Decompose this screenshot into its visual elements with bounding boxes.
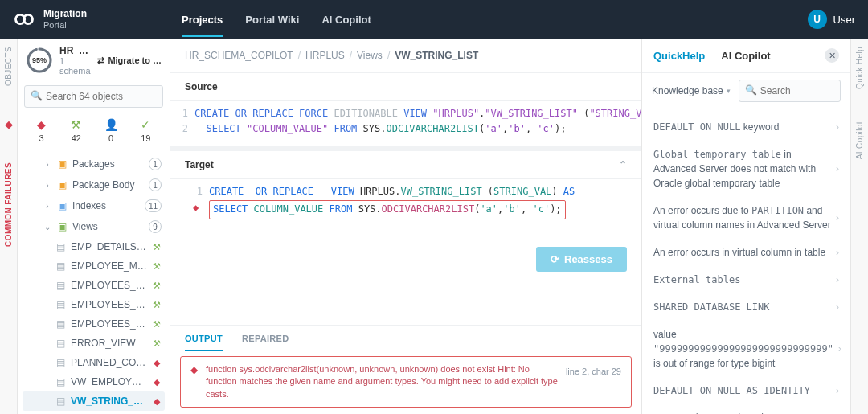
folder-icon: ▣ <box>56 221 68 232</box>
error-marker-icon: ◆ <box>193 202 199 213</box>
kb-item[interactable]: value "99999999999999999999999999999" is… <box>642 321 850 377</box>
ok-icon: ⚒ <box>152 261 162 271</box>
breadcrumb-link[interactable]: Views <box>357 50 383 61</box>
warn-icon: ◆ <box>152 396 162 406</box>
migrate-to-button[interactable]: ⇄ Migrate to … <box>97 55 162 66</box>
sidebar-search-input[interactable] <box>24 85 163 108</box>
view-icon: ▤ <box>55 241 66 252</box>
kb-item[interactable]: An error occurs in virtual column in tab… <box>642 239 850 266</box>
stat-filter[interactable]: ◆3 <box>35 117 49 143</box>
breadcrumb-link[interactable]: HR_SCHEMA_COPILOT <box>185 50 293 61</box>
chevron-icon: › <box>43 160 51 169</box>
stat-filter[interactable]: ✓19 <box>138 117 153 143</box>
brand-block: Migration Portal <box>13 8 166 31</box>
ok-icon: ⚒ <box>152 281 162 290</box>
tree-view-item[interactable]: ▤EMP_DETAILS_V…⚒ <box>23 237 165 256</box>
chevron-right-icon: › <box>836 120 839 134</box>
view-icon: ▤ <box>55 396 66 407</box>
tab-quickhelp[interactable]: QuickHelp <box>653 50 705 62</box>
error-icon: ◆ <box>190 364 198 375</box>
chevron-down-icon: ▾ <box>727 87 731 95</box>
tab-repaired[interactable]: REPAIRED <box>242 326 289 351</box>
source-header[interactable]: Source <box>170 73 641 101</box>
stat-icon: ✓ <box>138 117 153 132</box>
stat-icon: ⚒ <box>69 117 84 132</box>
tree-section-package-body[interactable]: ›▣Package Body1 <box>23 174 165 195</box>
tree-view-item[interactable]: ▤EMPLOYEE_MAN…⚒ <box>23 256 165 276</box>
rail-objects[interactable]: OBJECTS <box>4 47 13 86</box>
tree-view-item[interactable]: ▤ERROR_VIEW⚒ <box>23 334 165 353</box>
kb-item[interactable]: SHARED DATABASE LINK› <box>642 293 850 321</box>
rail-common-failures[interactable]: COMMON FAILURES <box>4 162 13 247</box>
tree-section-packages[interactable]: ›▣Packages1 <box>23 154 165 174</box>
kb-item[interactable]: DEFAULT ON NULL keyword› <box>642 113 850 141</box>
progress-pct: 95% <box>26 47 53 74</box>
folder-icon: ▣ <box>56 179 68 191</box>
target-code: 1CREATE OR REPLACE VIEW HRPLUS.VW_STRING… <box>170 179 641 225</box>
chevron-icon: › <box>43 202 51 211</box>
tree-view-item[interactable]: ▤EMPLOYEES_MA…⚒ <box>23 314 165 334</box>
source-code: 1CREATE OR REPLACE FORCE EDITIONABLE VIE… <box>170 101 641 146</box>
chevron-right-icon: › <box>836 211 839 225</box>
stat-filter[interactable]: ⚒42 <box>69 117 84 143</box>
stat-icon: 👤 <box>104 117 118 132</box>
user-label: User <box>833 14 855 26</box>
sidebar: 95% HR_SC… 1 schema ⇄ Migrate to … 🔍 ◆3⚒… <box>18 39 170 414</box>
view-icon: ▤ <box>55 299 66 310</box>
tab-output[interactable]: OUTPUT <box>185 326 223 351</box>
tree-view-item[interactable]: ▤EMPLOYEES_DE…⚒ <box>23 295 165 314</box>
left-rail: OBJECTS◆COMMON FAILURES <box>0 39 18 414</box>
breadcrumb-link[interactable]: HRPLUS <box>305 50 345 61</box>
warn-icon: ◆ <box>152 358 162 367</box>
target-header[interactable]: Target ⌃ <box>170 151 641 179</box>
breadcrumb-current: VW_STRING_LIST <box>395 50 478 61</box>
knowledge-base-dropdown[interactable]: Knowledge base▾ <box>652 85 731 96</box>
right-panel: QuickHelp AI Copilot ✕ Knowledge base▾ 🔍… <box>641 39 850 414</box>
stat-icon: ◆ <box>35 117 49 132</box>
tree-section-indexes[interactable]: ›▣Indexes11 <box>23 195 165 216</box>
right-rail: Quick HelpAI Copilot <box>850 39 868 414</box>
nav-tab-projects[interactable]: Projects <box>182 2 223 37</box>
ok-icon: ⚒ <box>152 242 162 252</box>
nav-tab-portal-wiki[interactable]: Portal Wiki <box>245 2 299 37</box>
folder-icon: ▣ <box>56 200 68 211</box>
kb-item[interactable]: External tables› <box>642 266 850 293</box>
refresh-icon: ⟳ <box>551 253 559 265</box>
tree-view-item[interactable]: ▤VW_STRING_LIST◆ <box>23 391 165 411</box>
chevron-icon: ⌄ <box>43 223 51 232</box>
avatar[interactable]: U <box>808 10 827 29</box>
migrate-icon: ⇄ <box>97 55 104 66</box>
tree-view-item[interactable]: ▤VW_EMPLOYEE_…◆ <box>23 372 165 391</box>
search-icon: 🔍 <box>745 84 757 96</box>
tree-view-item[interactable]: ▤EMPLOYEES_BY…⚒ <box>23 276 165 295</box>
view-icon: ▤ <box>55 376 66 387</box>
rail-quick-help[interactable]: Quick Help <box>855 47 864 89</box>
tab-ai-copilot[interactable]: AI Copilot <box>721 50 770 62</box>
ok-icon: ⚒ <box>152 338 162 348</box>
chevron-up-icon[interactable]: ⌃ <box>619 159 627 170</box>
brand-title: Migration <box>43 9 87 19</box>
rail-ai-copilot[interactable]: AI Copilot <box>855 121 864 159</box>
user-block[interactable]: U User <box>808 10 855 29</box>
tree-section-views[interactable]: ⌄▣Views9 <box>23 216 165 237</box>
kb-item[interactable]: An error occurs due to PARTITION and vir… <box>642 197 850 239</box>
brand-subtitle: Portal <box>43 20 87 30</box>
view-icon: ▤ <box>55 357 66 368</box>
close-icon[interactable]: ✕ <box>825 48 839 63</box>
reassess-button[interactable]: ⟳ Reassess <box>536 247 627 272</box>
kb-item[interactable]: DEFAULT ON NULL AS IDENTITY› <box>642 377 850 404</box>
ok-icon: ⚒ <box>152 300 162 309</box>
brand-logo-icon <box>13 8 35 31</box>
view-icon: ▤ <box>55 260 66 272</box>
chevron-right-icon: › <box>836 273 839 287</box>
kb-item[interactable]: Constraints and Indexes inside Table def… <box>642 404 850 414</box>
project-name: HR_SC… <box>59 45 91 56</box>
chevron-right-icon: › <box>836 300 839 314</box>
kb-item[interactable]: Global temporary table in Advanced Serve… <box>642 141 850 197</box>
ok-icon: ⚒ <box>152 319 162 329</box>
top-nav: Migration Portal ProjectsPortal WikiAI C… <box>0 0 868 39</box>
tree-view-item[interactable]: ▤PLANNED_COM…◆ <box>23 353 165 372</box>
nav-tab-ai-copilot[interactable]: AI Copilot <box>321 2 371 37</box>
chevron-right-icon: › <box>836 245 839 260</box>
stat-filter[interactable]: 👤0 <box>104 117 118 143</box>
